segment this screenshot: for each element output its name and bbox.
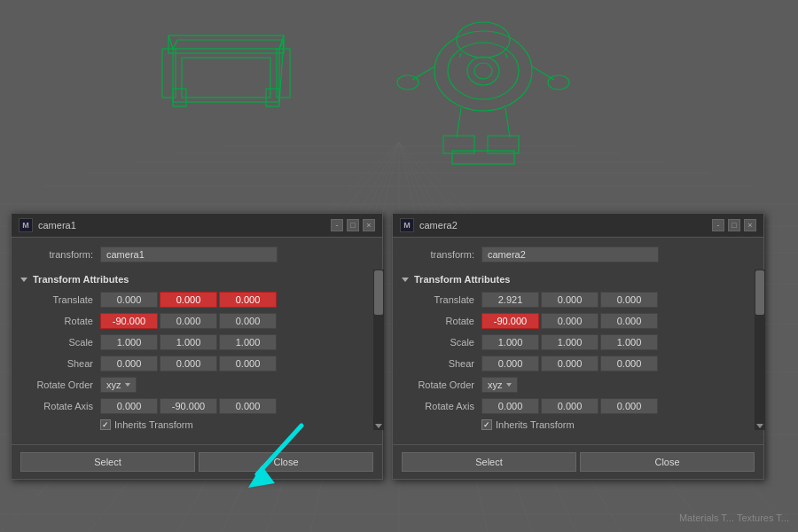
dialog1-rotate-z[interactable] [219,313,277,329]
dialog2-translate-y[interactable] [541,292,598,308]
dialog2-rotate-axis-label: Rotate Axis [402,401,481,411]
dialog2-rotate-order-select[interactable]: xyz [481,377,518,393]
dialog1-translate-row: Translate [20,292,373,308]
dialog2-controls[interactable]: - □ × [712,219,756,231]
dialog2-footer: Select Close [393,444,763,479]
dialog2-rotate-order-value: xyz [488,379,503,390]
dialog1-scroll-down[interactable] [373,422,384,430]
dialog1-select-button[interactable]: Select [20,452,195,472]
dialog2-scrollbar-thumb[interactable] [755,270,764,315]
dialog1-rotate-axis-x[interactable] [100,398,158,414]
dialog1-translate-x[interactable] [100,292,158,308]
transform-field-row-2: transform: [402,246,755,262]
dialog1-controls[interactable]: - □ × [331,219,375,231]
dialog2-rotate-y[interactable] [541,313,598,329]
dialog1-rotate-x[interactable] [100,313,158,329]
dialog2-scale-x[interactable] [481,334,539,350]
dialog1-footer: Select Close [12,444,382,479]
dialog2-body: transform: Transform Attributes Translat… [393,238,763,444]
dialog2-scroll-arrow-down [756,424,763,428]
svg-point-40 [448,43,519,99]
dialog1-shear-label: Shear [20,358,100,369]
dialog2-rotate-order-label: Rotate Order [402,379,481,390]
dialog1-close-button-footer[interactable]: Close [199,452,373,472]
dialog2-rotate-row: Rotate [402,313,755,329]
dialog1-shear-x[interactable] [100,356,158,372]
dialog2-rotate-label: Rotate [402,316,481,326]
dialog2-rotate-axis-y[interactable] [541,398,598,414]
dialog2-scrollable: Transform Attributes Translate Rotate Sc… [402,270,755,430]
dialog1-translate-y[interactable] [160,292,217,308]
dialog1-section-header: Transform Attributes [20,270,373,292]
dialog1-translate-z[interactable] [219,292,277,308]
dialog1-rotate-order-select[interactable]: xyz [100,377,137,393]
section-arrow-2 [402,278,409,282]
dialog2-translate-row: Translate [402,292,755,308]
dialog1-rotate-label: Rotate [20,316,100,326]
svg-rect-38 [277,49,290,98]
dialog2-select-button[interactable]: Select [402,452,576,472]
titlebar-camera1: M camera1 - □ × [12,214,382,238]
dialog2-shear-row: Shear [402,356,755,372]
dialog2-scroll-down[interactable] [755,422,765,430]
svg-point-41 [457,22,510,58]
dialog2-scale-y[interactable] [541,334,598,350]
dialog1-inherits-row: ✓ Inherits Transform [20,419,373,430]
dialog1-rotate-axis-row: Rotate Axis [20,398,373,414]
dialog1-shear-z[interactable] [219,356,277,372]
dialog1-title: camera1 [38,220,76,231]
dialog1-close-button[interactable]: × [363,219,375,231]
dialog1-inherits-checkbox[interactable]: ✓ [100,419,111,430]
dialog1-rotate-axis-z[interactable] [219,398,277,414]
dialog1-scrollbar-thumb[interactable] [374,270,383,315]
transform-field-row-1: transform: [20,246,373,262]
dialog2-close-button[interactable]: × [744,219,756,231]
dialog2-minimize-button[interactable]: - [712,219,724,231]
dialog1-body: transform: Transform Attributes Translat… [12,238,382,444]
dialog2-rotate-x[interactable] [481,313,539,329]
dialog1-scale-x[interactable] [100,334,158,350]
dialog2-rotate-order-row: Rotate Order xyz [402,377,755,393]
dialog2-translate-z[interactable] [600,292,658,308]
maya-logo-1: M [19,218,33,232]
corner-text: Materials T... Textures T... [679,512,789,523]
dialog2-section-title: Transform Attributes [414,274,510,285]
svg-line-43 [505,53,507,58]
dialog1-rotate-row: Rotate [20,313,373,329]
dialog2-rotate-axis-z[interactable] [600,398,658,414]
dialog2-maximize-button[interactable]: □ [728,219,740,231]
dialog1-scale-row: Scale [20,334,373,350]
dialog2-scale-label: Scale [402,337,481,348]
dialog1-shear-row: Shear [20,356,373,372]
dialog1-maximize-button[interactable]: □ [347,219,359,231]
svg-line-49 [505,108,510,137]
dialog1-scrollbar[interactable] [373,270,384,430]
dialog2-close-button-footer[interactable]: Close [580,452,755,472]
dialog2-shear-z[interactable] [600,356,658,372]
dialog2-shear-x[interactable] [481,356,539,372]
dialog1-minimize-button[interactable]: - [331,219,343,231]
dialog1-scale-y[interactable] [160,334,217,350]
dialog2-rotate-z[interactable] [600,313,658,329]
dialog2-shear-y[interactable] [541,356,598,372]
svg-line-35 [168,35,173,49]
dialog2-section-header: Transform Attributes [402,270,755,292]
dialog2-scrollbar[interactable] [755,270,765,430]
dialog1-rotate-axis-y[interactable] [160,398,217,414]
dialog2-shear-label: Shear [402,358,481,369]
dialog1-transform-input[interactable] [100,246,278,262]
dialog2-inherits-row: ✓ Inherits Transform [402,419,755,430]
svg-point-47 [548,75,569,90]
dialog2-translate-x[interactable] [481,292,539,308]
dialog2-rotate-axis-x[interactable] [481,398,539,414]
dialog2-transform-input[interactable] [481,246,659,262]
dialog2-rotate-order-dropdown-arrow [506,383,512,387]
dialog1-translate-label: Translate [20,294,100,305]
dialog2-scale-z[interactable] [600,334,658,350]
dialog1-rotate-order-value: xyz [106,379,121,390]
dialog1-rotate-y[interactable] [160,313,217,329]
dialog1-rotate-order-dropdown-arrow [125,383,130,387]
dialog1-shear-y[interactable] [160,356,217,372]
dialog1-scale-z[interactable] [219,334,277,350]
dialog2-inherits-checkbox[interactable]: ✓ [481,419,492,430]
